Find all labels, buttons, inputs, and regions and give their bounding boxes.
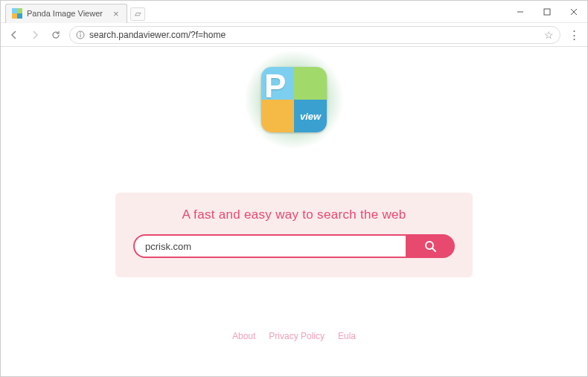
footer-about-link[interactable]: About: [232, 331, 255, 341]
footer-eula-link[interactable]: Eula: [338, 331, 356, 341]
reload-icon: [51, 30, 61, 40]
search-row: [133, 234, 455, 258]
svg-line-12: [432, 248, 435, 251]
footer-privacy-link[interactable]: Privacy Policy: [269, 331, 325, 341]
search-card: A fast and easy way to search the web: [115, 193, 473, 277]
reload-button[interactable]: [48, 28, 63, 42]
url-input[interactable]: [89, 30, 540, 40]
svg-rect-2: [12, 13, 17, 19]
arrow-right-icon: [30, 30, 40, 40]
tab-title: Panda Image Viewer: [27, 9, 103, 18]
search-button[interactable]: [406, 234, 455, 258]
minimize-button[interactable]: [507, 1, 534, 22]
logo-glow: view: [234, 51, 354, 148]
back-button[interactable]: [7, 28, 22, 42]
maximize-icon: [543, 8, 551, 16]
close-window-button[interactable]: [560, 1, 587, 22]
minimize-icon: [517, 8, 524, 16]
bookmark-star-icon[interactable]: ☆: [544, 29, 554, 41]
info-icon[interactable]: [76, 30, 85, 39]
tab-close-icon[interactable]: ×: [113, 8, 119, 19]
new-tab-button[interactable]: ▱: [130, 7, 145, 21]
logo-container: view P: [234, 51, 354, 148]
maximize-button[interactable]: [534, 1, 560, 22]
search-tagline: A fast and easy way to search the web: [133, 207, 455, 222]
browser-tab[interactable]: Panda Image Viewer ×: [5, 4, 127, 23]
window-titlebar: Panda Image Viewer × ▱: [1, 1, 587, 23]
tab-favicon-icon: [12, 8, 22, 19]
address-bar: ☆ ⋮: [1, 23, 587, 47]
browser-menu-button[interactable]: ⋮: [566, 28, 581, 42]
window-controls: [507, 1, 587, 22]
arrow-left-icon: [9, 30, 19, 40]
logo-letter: P: [264, 68, 286, 105]
svg-rect-0: [12, 8, 17, 13]
close-icon: [570, 8, 578, 16]
svg-rect-3: [17, 13, 22, 19]
search-icon: [424, 239, 437, 253]
logo-subtext: view: [300, 111, 321, 122]
svg-rect-5: [544, 9, 550, 15]
forward-button[interactable]: [28, 28, 42, 42]
address-field[interactable]: ☆: [69, 26, 560, 44]
page-content: view P A fast and easy way to search the…: [1, 47, 587, 376]
footer-links: About Privacy Policy Eula: [232, 331, 356, 341]
search-input[interactable]: [133, 234, 406, 258]
svg-point-10: [80, 32, 81, 33]
svg-rect-1: [17, 8, 22, 13]
